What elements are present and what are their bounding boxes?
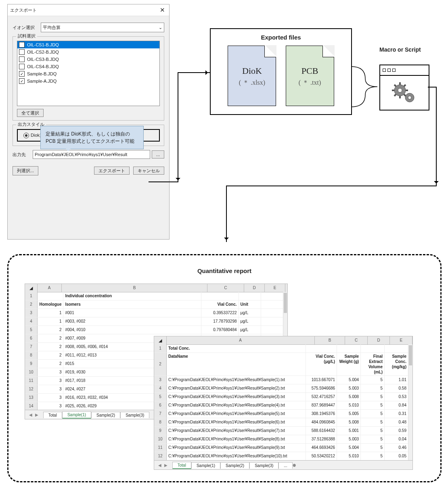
table-row[interactable]: 1Individual concentration (25, 292, 283, 300)
row-header[interactable]: 1 (25, 292, 38, 300)
sample-item[interactable]: ✓Sample-A.JDQ (17, 77, 159, 85)
row-header[interactable]: 10 (154, 435, 167, 443)
table-row[interactable]: 12C:¥ProgramData¥JEOL¥Primo¥sys1¥User¥Re… (154, 452, 408, 461)
row-header[interactable]: 5 (154, 393, 167, 401)
col-header[interactable]: A (37, 284, 62, 292)
checkbox-icon[interactable] (19, 42, 25, 48)
ion-select[interactable]: 平均合算 ⌄ (41, 23, 164, 32)
sheet-tab[interactable]: Total (43, 412, 62, 418)
row-header[interactable]: 6 (154, 401, 167, 409)
row-header[interactable]: 2 (25, 300, 38, 309)
col-header[interactable]: C (345, 336, 368, 344)
cancel-button[interactable]: キャンセル (133, 167, 164, 175)
tab-nav-icon[interactable]: ◀ ▶ (29, 413, 39, 417)
report-panel: Quantitative report ◢ ABCDE 1Individual … (7, 254, 442, 482)
checkbox-icon[interactable]: ✓ (19, 78, 25, 84)
ion-value: 平均合算 (43, 25, 61, 31)
scrollbar[interactable] (408, 344, 412, 461)
table-row[interactable]: 8C:¥ProgramData¥JEOL¥Primo¥sys1¥User¥Res… (154, 418, 408, 427)
sample-list[interactable]: OIL-CS1-B.JDQOIL-CS2-B.JDQOIL-CS3-B.JDQO… (17, 41, 160, 106)
dialog-title: エクスポート (10, 7, 37, 13)
row-header[interactable]: 9 (154, 427, 167, 435)
sheet-tab[interactable]: ... (278, 462, 292, 469)
row-header[interactable]: 7 (25, 343, 38, 351)
table-row[interactable]: 31#0010.395337222μg/L (25, 309, 283, 317)
col-header[interactable]: D (244, 284, 265, 292)
export-button[interactable]: エクスポート (94, 167, 130, 175)
row-header[interactable]: 5 (25, 326, 38, 334)
table-row[interactable]: 11C:¥ProgramData¥JEOL¥Primo¥sys1¥User¥Re… (154, 444, 408, 452)
table-row[interactable]: 1Total Conc. (154, 344, 408, 353)
table-row[interactable]: 52#004, #0100.797680484μg/L (25, 326, 283, 334)
row-header[interactable]: 4 (25, 317, 38, 325)
col-header[interactable]: D (368, 336, 390, 344)
svg-line-8 (394, 85, 396, 86)
row-header[interactable]: 11 (25, 377, 38, 385)
table-row[interactable]: 10C:¥ProgramData¥JEOL¥Primo¥sys1¥User¥Re… (154, 435, 408, 444)
spreadsheet-total[interactable]: ◢ ABCDE 1Total Conc.2DataNameVial Conc. … (154, 336, 413, 470)
table-row[interactable]: 6C:¥ProgramData¥JEOL¥Primo¥sys1¥User¥Res… (154, 401, 408, 410)
close-icon[interactable]: ✕ (158, 6, 167, 14)
row-header[interactable]: 4 (154, 384, 167, 392)
sheet-tab[interactable]: Sample(3) (249, 462, 278, 469)
table-row[interactable]: 4C:¥ProgramData¥JEOL¥Primo¥sys1¥User¥Res… (154, 384, 408, 393)
sheet-tab[interactable]: Total (172, 462, 191, 469)
connector-line (178, 73, 178, 182)
arrow-right-icon (178, 72, 210, 73)
col-header[interactable]: E (390, 336, 412, 344)
add-sheet-icon[interactable]: ⊕ (293, 463, 296, 467)
tab-nav-icon[interactable]: ◀ ▶ (158, 463, 168, 467)
select-all-corner[interactable]: ◢ (154, 336, 167, 345)
table-row[interactable]: 3C:¥ProgramData¥JEOL¥Primo¥sys1¥User¥Res… (154, 376, 408, 384)
row-header[interactable]: 3 (25, 309, 38, 317)
sheet-tab[interactable]: Sample(2) (91, 412, 120, 418)
sheet-tab[interactable]: Sample(1) (191, 462, 220, 469)
chevron-down-icon: ⌄ (159, 25, 162, 30)
sample-item[interactable]: ✓Sample-B.JDQ (17, 70, 159, 77)
col-header[interactable]: C (207, 284, 244, 292)
table-row[interactable]: 5C:¥ProgramData¥JEOL¥Primo¥sys1¥User¥Res… (154, 393, 408, 401)
sample-item[interactable]: OIL-CS3-B.JDQ (17, 56, 159, 63)
sheet-tab[interactable]: Sample(3) (120, 412, 149, 418)
sheet-tab[interactable]: Sample(2) (220, 462, 249, 469)
checkbox-icon[interactable] (19, 49, 25, 55)
sheet-tab[interactable]: Sample(1) (62, 411, 91, 419)
table-row[interactable]: 2DataNameVial Conc. (μg/L)Sample Weight … (154, 353, 408, 376)
table-row[interactable]: 9C:¥ProgramData¥JEOL¥Primo¥sys1¥User¥Res… (154, 427, 408, 435)
sheet-tabs[interactable]: ◀ ▶TotalSample(1)Sample(2)Sample(3)... ⊕ (154, 460, 412, 469)
row-header[interactable]: 12 (154, 452, 167, 460)
col-header[interactable]: B (62, 284, 207, 292)
row-header[interactable]: 12 (25, 385, 38, 393)
row-header[interactable]: 9 (25, 360, 38, 368)
sample-item[interactable]: OIL-CS4-B.JDQ (17, 63, 159, 70)
table-row[interactable]: 7C:¥ProgramData¥JEOL¥Primo¥sys1¥User¥Res… (154, 410, 408, 418)
ion-label: イオン選択 (13, 25, 41, 31)
exported-files-title: Exported files (220, 34, 341, 41)
col-header[interactable]: A (166, 336, 315, 344)
row-header[interactable]: 13 (25, 394, 38, 402)
table-row[interactable]: 41#003, #00217.78793298μg/L (25, 317, 283, 326)
checkbox-icon[interactable]: ✓ (19, 71, 25, 77)
row-header[interactable]: 8 (25, 351, 38, 359)
checkbox-icon[interactable] (19, 56, 25, 62)
row-header[interactable]: 7 (154, 410, 167, 418)
row-header[interactable]: 2 (154, 353, 167, 375)
select-all-button[interactable]: 全て選択 (17, 109, 44, 117)
sample-item[interactable]: OIL-CS2-B.JDQ (17, 48, 159, 56)
row-header[interactable]: 10 (25, 368, 38, 376)
sample-item[interactable]: OIL-CS1-B.JDQ (17, 41, 159, 48)
row-header[interactable]: 14 (25, 402, 38, 410)
col-header[interactable]: B (315, 336, 345, 344)
output-path-field[interactable]: ProgramData¥JEOL¥Primo¥sys1¥User¥Result (33, 150, 150, 159)
col-header[interactable]: E (265, 284, 285, 292)
row-header[interactable]: 1 (154, 344, 167, 352)
select-all-corner[interactable]: ◢ (25, 284, 38, 292)
row-header[interactable]: 3 (154, 376, 167, 384)
row-header[interactable]: 6 (25, 334, 38, 342)
column-select-button[interactable]: 列選択... (13, 166, 38, 175)
browse-button[interactable]: ... (152, 150, 164, 158)
table-row[interactable]: 2HomologueIsomersVial Conc.Unit (25, 300, 283, 309)
row-header[interactable]: 11 (154, 444, 167, 452)
checkbox-icon[interactable] (19, 64, 25, 69)
row-header[interactable]: 8 (154, 418, 167, 426)
